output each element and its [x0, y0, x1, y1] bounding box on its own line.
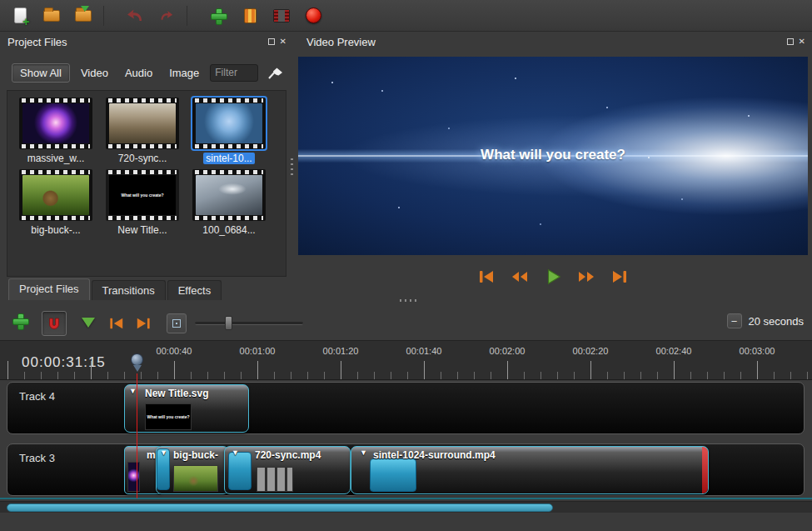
clear-filter-broom-icon[interactable] — [267, 63, 288, 83]
openshot-window: Project Files Video Preview Show All Vid… — [0, 0, 812, 531]
center-icon — [172, 319, 181, 328]
clip-thumbnail — [127, 462, 140, 492]
record-icon — [306, 8, 321, 23]
file-item-720-sync[interactable]: 720-sync... — [102, 98, 182, 168]
fast-forward-button[interactable] — [576, 267, 596, 287]
clip-menu-icon[interactable] — [129, 387, 137, 395]
stars-decoration — [331, 82, 333, 83]
video-preview-canvas[interactable]: What will you create? — [298, 57, 808, 255]
clip-thumbnail — [173, 465, 218, 492]
file-thumbnail — [106, 98, 179, 149]
file-thumbnail — [192, 169, 266, 221]
file-thumbnail — [19, 98, 92, 149]
vertical-splitter-handle[interactable] — [291, 158, 293, 177]
play-button[interactable] — [543, 267, 563, 287]
choose-profile-button[interactable] — [238, 4, 262, 28]
filter-input[interactable] — [210, 64, 258, 82]
scrollbar-thumb[interactable] — [7, 503, 553, 512]
snapping-magnet-icon — [47, 316, 62, 331]
timeline-horizontal-scrollbar[interactable] — [0, 501, 812, 513]
tab-transitions[interactable]: Transitions — [92, 280, 166, 300]
close-dock-icon[interactable] — [280, 38, 286, 46]
ruler-mark: 00:01:20 — [323, 346, 359, 356]
clip-720-sync[interactable]: 720-sync.mp4 — [224, 446, 351, 494]
save-project-button[interactable] — [72, 4, 95, 28]
center-on-playhead-button[interactable] — [167, 313, 187, 333]
record-button[interactable] — [301, 4, 325, 28]
clip-big-buck[interactable]: big-buck- — [156, 446, 229, 494]
file-item-new-title[interactable]: What will you create? New Title... — [102, 169, 182, 239]
redo-button[interactable] — [155, 4, 178, 28]
zoom-out-button[interactable] — [727, 313, 742, 328]
close-dock-icon[interactable] — [799, 38, 805, 46]
tab-effects[interactable]: Effects — [167, 280, 222, 300]
file-item-big-buck[interactable]: big-buck-... — [16, 169, 96, 239]
add-track-button[interactable] — [10, 313, 30, 333]
playback-controls — [298, 263, 808, 290]
jump-to-end-button[interactable] — [610, 267, 630, 287]
profile-icon — [244, 8, 257, 23]
jump-to-start-button[interactable] — [476, 267, 496, 287]
file-label: New Title... — [115, 224, 169, 236]
float-dock-icon[interactable] — [268, 38, 275, 45]
title-thumb-text: What will you create? — [121, 193, 163, 198]
file-item-massive[interactable]: massive_w... — [16, 98, 96, 168]
clip-new-title[interactable]: New Title.svg What will you create? — [124, 384, 249, 433]
track-name: Track 4 — [19, 390, 55, 403]
toolbar-separator — [187, 6, 198, 26]
ruler-mark: 00:02:00 — [490, 346, 526, 356]
fast-forward-icon — [577, 268, 595, 285]
horizontal-splitter-handle[interactable] — [400, 299, 418, 302]
zoom-slider-handle[interactable] — [225, 316, 232, 330]
export-video-button[interactable] — [270, 4, 293, 28]
filter-video-button[interactable]: Video — [75, 64, 114, 82]
rewind-icon — [511, 268, 529, 285]
clip-menu-icon[interactable] — [232, 448, 239, 457]
filter-show-all-button[interactable]: Show All — [12, 63, 70, 83]
clip-edge-handle[interactable] — [228, 452, 252, 490]
zoom-scale-group: 20 seconds — [727, 313, 805, 328]
clip-label: sintel-1024-surround.mp4 — [373, 449, 496, 461]
jump-to-start-icon — [477, 268, 496, 285]
plus-icon — [211, 8, 226, 23]
track-3-row[interactable]: Track 3 m big-buck- 720-sync.mp4 sintel-… — [7, 443, 805, 496]
clip-right-trim-handle[interactable] — [702, 447, 708, 493]
zoom-scale-label: 20 seconds — [749, 315, 805, 328]
export-film-icon — [273, 9, 290, 23]
rewind-button[interactable] — [510, 267, 530, 287]
file-item-sintel[interactable]: sintel-10... — [189, 98, 269, 168]
track-4-row[interactable]: Track 4 New Title.svg What will you crea… — [7, 382, 805, 434]
next-marker-icon — [135, 316, 152, 331]
next-marker-button[interactable] — [133, 313, 153, 333]
snapping-toggle-button[interactable] — [42, 311, 67, 336]
timeline-toolbar: 20 seconds — [0, 307, 812, 340]
clip-label: big-buck- — [173, 449, 218, 461]
filter-audio-button[interactable]: Audio — [119, 64, 158, 82]
ruler-mark: 00:01:00 — [240, 346, 276, 356]
filter-image-button[interactable]: Image — [163, 64, 205, 82]
playhead-handle[interactable] — [131, 353, 143, 366]
tab-project-files[interactable]: Project Files — [8, 278, 90, 300]
file-item-100-0684[interactable]: 100_0684... — [189, 169, 269, 239]
open-project-button[interactable] — [40, 4, 63, 28]
clip-sintel[interactable]: sintel-1024-surround.mp4 — [351, 446, 709, 494]
previous-marker-button[interactable] — [107, 313, 127, 333]
file-label: 720-sync... — [116, 153, 170, 164]
main-toolbar — [0, 0, 812, 32]
add-marker-icon[interactable] — [82, 318, 95, 334]
clip-thumb-text: What will you create? — [147, 414, 189, 419]
video-preview-title: Video Preview — [296, 36, 787, 48]
clip-menu-icon[interactable] — [160, 448, 167, 457]
file-label: big-buck-... — [28, 224, 82, 236]
play-icon — [544, 268, 562, 286]
import-files-button[interactable] — [207, 4, 230, 28]
clip-label: New Title.svg — [145, 388, 208, 399]
file-label: sintel-10... — [203, 153, 254, 164]
new-project-button[interactable] — [8, 4, 32, 28]
clip-thumbnail: What will you create? — [145, 403, 192, 430]
undo-button[interactable] — [123, 4, 147, 28]
zoom-slider[interactable] — [195, 322, 303, 325]
timeline-ruler[interactable]: 00:00:31:15 00:00:40 00:01:00 00:01:20 0… — [0, 340, 812, 380]
clip-menu-icon[interactable] — [360, 448, 367, 457]
float-dock-icon[interactable] — [787, 38, 794, 45]
